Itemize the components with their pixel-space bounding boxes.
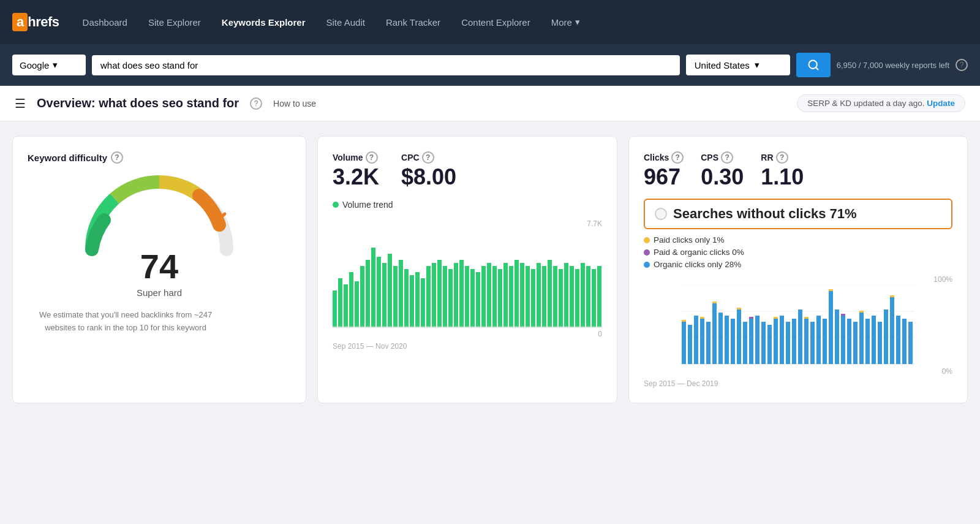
no-clicks-highlight: Searches without clicks 71% — [644, 199, 952, 229]
nav-content-explorer[interactable]: Content Explorer — [453, 13, 539, 31]
volume-metric: Volume ? 3.2K — [333, 151, 379, 190]
svg-rect-51 — [597, 266, 601, 327]
cps-help-icon[interactable]: ? — [721, 151, 733, 164]
svg-rect-11 — [377, 257, 381, 327]
weekly-reports: 6,950 / 7,000 weekly reports left — [837, 61, 949, 70]
logo[interactable]: a hrefs — [12, 13, 59, 31]
svg-rect-13 — [388, 254, 392, 327]
svg-rect-10 — [371, 248, 375, 327]
svg-rect-87 — [823, 319, 827, 364]
clicks-help-icon[interactable]: ? — [671, 151, 684, 164]
kd-card-title: Keyword difficulty ? — [28, 151, 291, 164]
svg-rect-78 — [774, 317, 778, 319]
nav-more[interactable]: More ▾ — [543, 13, 589, 31]
svg-rect-97 — [865, 319, 870, 364]
update-notice-text: SERP & KD updated a day ago. — [807, 99, 924, 108]
gauge-score: 74 — [140, 246, 178, 286]
svg-rect-46 — [570, 266, 574, 327]
engine-selector[interactable]: Google ▾ — [12, 55, 86, 75]
update-link[interactable]: Update — [927, 99, 955, 108]
clicks-chart-min: 0% — [942, 367, 952, 376]
svg-rect-100 — [884, 309, 888, 364]
svg-rect-48 — [581, 263, 585, 327]
svg-rect-71 — [743, 322, 747, 364]
svg-rect-83 — [804, 319, 809, 364]
svg-rect-35 — [509, 266, 513, 327]
chart-min-label: 0 — [333, 330, 602, 338]
svg-rect-45 — [564, 263, 568, 327]
rr-help-icon[interactable]: ? — [776, 151, 788, 164]
svg-rect-50 — [592, 269, 596, 327]
svg-rect-82 — [798, 309, 802, 364]
nav-rank-tracker[interactable]: Rank Tracker — [377, 13, 449, 31]
volume-date-range: Sep 2015 — Nov 2020 — [333, 342, 602, 351]
svg-rect-25 — [454, 263, 458, 327]
nav-dashboard[interactable]: Dashboard — [74, 13, 136, 31]
clicks-card: Clicks ? 967 CPS ? 0.30 RR ? 1.10 — [628, 136, 968, 403]
svg-rect-40 — [537, 263, 541, 327]
nav-keywords-explorer[interactable]: Keywords Explorer — [213, 13, 314, 31]
svg-rect-49 — [586, 266, 590, 327]
svg-rect-85 — [810, 322, 815, 364]
svg-rect-44 — [559, 269, 563, 327]
svg-rect-86 — [816, 316, 821, 364]
overview-header: ☰ Overview: what does seo stand for ? Ho… — [0, 86, 980, 121]
paid-clicks-legend: Paid clicks only 1% — [644, 235, 952, 245]
svg-rect-74 — [755, 316, 760, 364]
svg-rect-81 — [792, 319, 796, 364]
nav-site-audit[interactable]: Site Audit — [318, 13, 374, 31]
organic-legend: Organic clicks only 28% — [644, 260, 952, 269]
paid-dot — [644, 237, 650, 243]
clicks-chart-max: 100% — [933, 275, 952, 284]
svg-rect-27 — [465, 266, 469, 327]
organic-dot — [644, 262, 650, 268]
help-icon[interactable]: ? — [956, 59, 968, 71]
kd-help-icon[interactable]: ? — [111, 151, 123, 164]
svg-rect-7 — [355, 281, 359, 327]
svg-rect-39 — [531, 269, 535, 327]
volume-trend: Volume trend — [333, 200, 602, 210]
svg-rect-103 — [896, 316, 900, 364]
svg-rect-92 — [841, 314, 845, 316]
svg-rect-68 — [731, 319, 735, 364]
svg-rect-43 — [553, 266, 557, 327]
clicks-metric: Clicks ? 967 — [644, 151, 684, 190]
svg-rect-41 — [542, 266, 546, 327]
svg-rect-65 — [712, 302, 717, 303]
svg-rect-17 — [410, 275, 414, 327]
svg-rect-18 — [415, 272, 420, 327]
cpc-help-icon[interactable]: ? — [422, 151, 434, 164]
volume-chart-area: 7.7K — [333, 219, 602, 351]
svg-rect-14 — [393, 266, 398, 327]
svg-rect-12 — [382, 263, 386, 327]
volume-card: Volume ? 3.2K CPC ? $8.00 Volume trend 7… — [317, 136, 617, 403]
volume-help-icon[interactable]: ? — [366, 151, 378, 164]
svg-rect-16 — [404, 269, 409, 327]
svg-rect-4 — [338, 278, 342, 327]
how-to-use-link[interactable]: How to use — [273, 99, 316, 108]
svg-rect-60 — [694, 316, 698, 364]
search-input[interactable] — [100, 60, 671, 70]
svg-rect-72 — [749, 319, 753, 364]
svg-rect-63 — [706, 322, 710, 364]
svg-rect-8 — [360, 266, 364, 327]
svg-rect-42 — [548, 260, 552, 327]
search-button[interactable] — [796, 53, 831, 77]
svg-rect-62 — [700, 317, 704, 319]
logo-a: a — [12, 13, 28, 31]
svg-rect-93 — [847, 319, 851, 364]
svg-rect-5 — [344, 284, 348, 327]
paid-organic-dot — [644, 249, 650, 256]
search-input-wrap[interactable] — [92, 55, 680, 75]
svg-rect-88 — [829, 291, 833, 364]
country-selector[interactable]: United States ▾ — [686, 55, 790, 75]
kd-description: We estimate that you'll need backlinks f… — [28, 309, 224, 335]
volume-bar-chart — [333, 229, 602, 327]
nav-site-explorer[interactable]: Site Explorer — [140, 13, 209, 31]
overview-help-icon[interactable]: ? — [250, 97, 262, 110]
svg-rect-31 — [487, 263, 491, 327]
clicks-value: 967 — [644, 164, 684, 190]
navbar: a hrefs Dashboard Site Explorer Keywords… — [0, 0, 980, 44]
hamburger-icon[interactable]: ☰ — [15, 96, 26, 111]
svg-rect-102 — [890, 295, 894, 297]
